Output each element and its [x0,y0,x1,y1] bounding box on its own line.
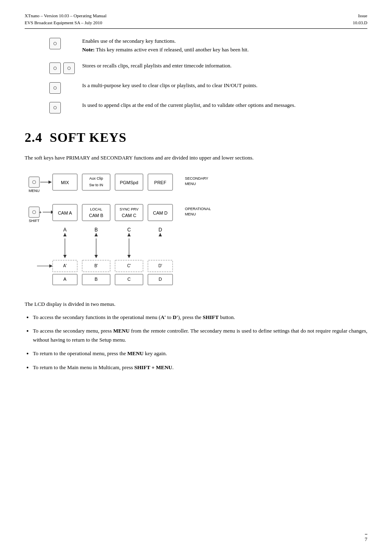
dot-icon [53,42,57,45]
cam-d-label: CAM D [153,210,168,215]
cam-c-label: CAM C [122,213,136,218]
bottom-b-label: B [95,277,97,282]
note-text: This key remains active even if released… [95,46,249,53]
feature-icons-2 [49,62,82,74]
key-icon-circle-3 [49,82,61,94]
bold-menu-1: MENU [113,328,130,334]
sync-prv-label: SYNC PRV [120,207,138,211]
d-prime-label: D' [158,263,162,268]
section-number: 2.4 [25,130,42,145]
operational-menu-label: OPERATIONAL [185,207,211,211]
svg-marker-31 [49,264,53,268]
section-heading: 2.4 SOFT KEYS [25,130,367,145]
bullet-list: To access the secondary functions in the… [25,313,367,372]
company-info: EVS Broadcast Equipment SA – July 2010 [25,19,106,26]
svg-marker-21 [127,233,131,236]
page-number-container: 7 [365,534,368,543]
header-left: XTnano – Version 10.03 – Operating Manua… [25,12,106,26]
col-label-b: B [95,227,98,233]
svg-marker-23 [159,233,162,236]
bullet-3: To return to the operational menu, press… [33,349,367,358]
col-label-a: A [63,227,67,233]
plus-sign: + [39,210,42,215]
shift-label: SHIFT [29,219,40,223]
bold-shift-menu: SHIFT + MENU [134,364,172,370]
svg-rect-8 [29,207,39,217]
key-icon-circle-1 [49,38,61,49]
bold-shift: SHIFT [203,314,219,320]
key-icon-circle-2b [63,62,75,74]
page: XTnano – Version 10.03 – Operating Manua… [0,0,392,555]
dot-icon-3 [53,86,57,90]
a-prime-label: A' [63,263,67,268]
aux-clip-label: Aux Clip [89,176,103,180]
svg-marker-3 [48,180,52,184]
bottom-d-label: D [159,277,162,282]
bullet-1: To access the secondary functions in the… [33,313,367,321]
pref-label: PREF [154,180,166,185]
key-icon-circle-4 [49,102,61,113]
svg-marker-27 [95,255,98,258]
bold-d-prime: D' [173,314,178,320]
section-name: SOFT KEYS [50,130,127,145]
dot-icon-4 [53,106,57,109]
bold-menu-2: MENU [127,350,144,356]
page-number: 7 [365,536,368,542]
operational-menu-label2: MENU [185,212,196,216]
feature-store-recall: Stores or recalls clips, recall playlist… [25,62,367,74]
feature-icons-1 [49,37,82,49]
intro-text: The soft keys have PRIMARY and SECONDARY… [25,153,367,162]
bottom-a-label: A [63,277,67,282]
key-icon-circle-2a [49,62,61,74]
feature-icons-4 [49,101,82,113]
svg-marker-17 [63,233,67,236]
local-label: LOCAL [90,207,102,211]
col-label-c: C [127,227,131,233]
svg-rect-13 [82,204,110,221]
diagram-svg: MENU MIX Aux Clip Sw to IN PGMSpd PREF S… [25,171,304,290]
bullet-2: To access the secondary menu, press MENU… [33,326,367,344]
svg-marker-25 [63,255,67,258]
feature-text-1: Enables use of the secondary key functio… [82,37,367,54]
svg-marker-19 [95,233,98,236]
bullet-4: To return to the Main menu in Multicam, … [33,363,367,372]
diagram-container: MENU MIX Aux Clip Sw to IN PGMSpd PREF S… [25,171,367,291]
col-label-d: D [159,227,162,233]
feature-text-2: Stores or recalls clips, recall playlist… [82,62,367,70]
cam-a-label: CAM A [58,210,72,215]
sw-to-in-label: Sw to IN [89,183,103,187]
page-header: XTnano – Version 10.03 – Operating Manua… [25,12,367,29]
pgmspd-label: PGMSpd [120,180,138,185]
mix-key-label: MIX [61,180,69,185]
feature-append: Is used to append clips at the end of th… [25,101,367,113]
secondary-menu-label2: MENU [185,182,196,186]
note-bold: Note: [82,46,95,53]
menu-label: MENU [29,189,40,193]
feature-icons-3 [49,81,82,94]
feature-secondary-key: Enables use of the secondary key functio… [25,37,367,54]
bottom-c-label: C [127,277,131,282]
svg-marker-29 [127,255,131,258]
c-prime-label: C' [127,263,131,268]
feature-text-3: Is a multi-purpose key used to clear cli… [82,81,367,90]
svg-rect-14 [115,204,143,221]
secondary-menu-label: SECONDARY [185,176,208,180]
b-prime-label: B' [95,263,98,268]
svg-rect-0 [29,177,39,187]
header-right: Issue 10.03.D [353,12,367,26]
dot-icon-2a [53,67,57,70]
feature-text-4: Is used to append clips at the end of th… [82,101,367,110]
issue-label: Issue [353,12,367,19]
section-title: 2.4 SOFT KEYS [25,130,367,145]
dot-icon-2b [67,67,71,70]
manual-title: XTnano – Version 10.03 – Operating Manua… [25,12,106,19]
bold-a-prime: A' [161,314,166,320]
feature-clear: Is a multi-purpose key used to clear cli… [25,81,367,94]
feature-text-1-main: Enables use of the secondary key functio… [82,38,176,44]
issue-number: 10.03.D [353,19,367,26]
lcd-display-text: The LCD display is divided in two menus. [25,300,367,309]
cam-b-label: CAM B [89,213,104,218]
